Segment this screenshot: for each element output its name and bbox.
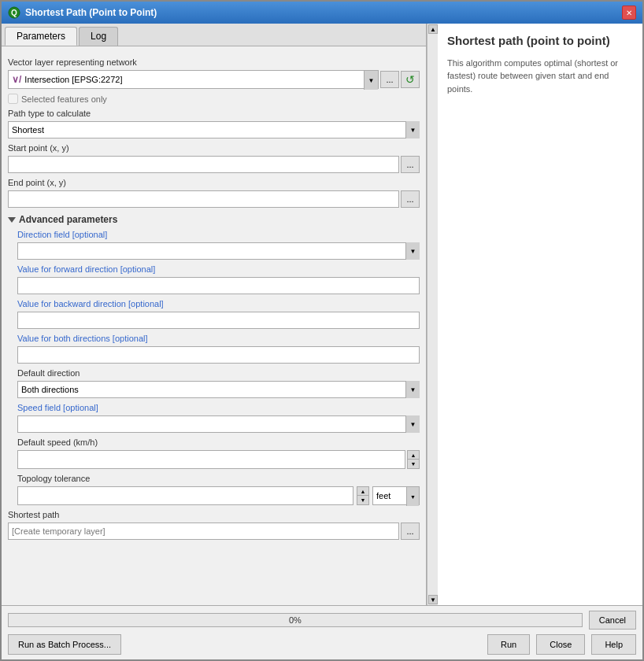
forward-direction-label: Value for forward direction [optional] bbox=[17, 264, 420, 274]
speed-field-section: Speed field [optional] ▼ bbox=[8, 403, 420, 433]
unit-arrow[interactable]: ▼ bbox=[406, 487, 419, 506]
shortest-path-label: Shortest path bbox=[8, 510, 420, 519]
tab-log[interactable]: Log bbox=[79, 27, 118, 46]
scroll-down-button[interactable]: ▼ bbox=[428, 595, 438, 604]
selected-features-checkbox[interactable] bbox=[8, 94, 18, 104]
default-speed-label: Default speed (km/h) bbox=[17, 438, 420, 447]
speed-field-arrow[interactable]: ▼ bbox=[405, 415, 420, 433]
topology-up-button[interactable]: ▲ bbox=[357, 487, 368, 496]
start-point-section: Start point (x, y) ... bbox=[8, 143, 420, 173]
shortest-path-output-section: Shortest path ... bbox=[8, 510, 420, 540]
help-panel: Shortest path (point to point) This algo… bbox=[438, 24, 642, 605]
default-speed-up-button[interactable]: ▲ bbox=[408, 451, 419, 460]
forward-direction-input[interactable] bbox=[17, 277, 420, 294]
close-button[interactable]: Close bbox=[536, 634, 585, 655]
tab-parameters[interactable]: Parameters bbox=[5, 27, 77, 46]
path-type-label: Path type to calculate bbox=[8, 109, 420, 118]
unit-value: feet bbox=[376, 491, 390, 500]
start-point-input[interactable] bbox=[8, 156, 399, 173]
selected-features-row: Selected features only bbox=[8, 94, 420, 104]
start-point-browse-button[interactable]: ... bbox=[401, 156, 420, 173]
close-window-button[interactable]: ✕ bbox=[622, 6, 636, 20]
end-point-browse-button[interactable]: ... bbox=[401, 190, 420, 208]
run-button[interactable]: Run bbox=[487, 634, 530, 655]
action-row: Run as Batch Process... Run Close Help bbox=[8, 634, 636, 655]
direction-field-arrow[interactable]: ▼ bbox=[405, 242, 420, 260]
selected-features-label: Selected features only bbox=[21, 94, 107, 104]
vector-layer-label: Vector layer representing network bbox=[8, 57, 420, 67]
left-scrollbar[interactable]: ▲ ▼ bbox=[427, 24, 438, 605]
tab-bar: Parameters Log bbox=[2, 24, 426, 46]
default-direction-arrow[interactable]: ▼ bbox=[405, 381, 420, 398]
shortest-path-browse-button[interactable]: ... bbox=[401, 523, 420, 540]
default-speed-spinner: ▲ ▼ bbox=[407, 450, 420, 469]
progress-row: 0% Cancel bbox=[8, 611, 636, 630]
vector-layer-refresh-button[interactable]: ↺ bbox=[401, 71, 420, 88]
vector-layer-section: Vector layer representing network ∨/ Int… bbox=[8, 57, 420, 89]
help-title: Shortest path (point to point) bbox=[447, 33, 633, 49]
path-type-value: Shortest bbox=[12, 125, 416, 135]
topology-tolerance-input[interactable]: 0.000000 bbox=[17, 486, 353, 505]
default-direction-label: Default direction bbox=[17, 368, 420, 378]
cancel-button[interactable]: Cancel bbox=[589, 611, 636, 630]
direction-field-section: Direction field [optional] ▼ bbox=[8, 230, 420, 260]
run-batch-button[interactable]: Run as Batch Process... bbox=[8, 634, 121, 655]
help-description: This algorithm computes optimal (shortes… bbox=[447, 57, 633, 96]
path-type-combo[interactable]: Shortest bbox=[8, 121, 420, 138]
window-title: Shortest Path (Point to Point) bbox=[25, 7, 157, 18]
topology-spinner: ▲ ▼ bbox=[357, 486, 369, 505]
end-point-input[interactable] bbox=[8, 190, 399, 208]
scroll-up-button[interactable]: ▲ bbox=[428, 24, 438, 34]
end-point-section: End point (x, y) ... bbox=[8, 178, 420, 208]
vector-layer-browse-button[interactable]: ... bbox=[380, 71, 399, 88]
vector-icon: ∨/ bbox=[12, 74, 21, 85]
default-speed-input[interactable]: 50.000000 bbox=[17, 450, 405, 469]
topology-label: Topology tolerance bbox=[17, 474, 420, 483]
backward-direction-input[interactable] bbox=[17, 312, 420, 329]
topology-down-button[interactable]: ▼ bbox=[357, 496, 368, 504]
advanced-parameters-header[interactable]: Advanced parameters bbox=[8, 214, 420, 225]
vector-layer-combo[interactable]: ∨/ Intersection [EPSG:2272] ▼ bbox=[8, 70, 379, 89]
help-button[interactable]: Help bbox=[591, 634, 636, 655]
advanced-triangle-icon bbox=[8, 217, 16, 223]
backward-direction-section: Value for backward direction [optional] bbox=[8, 299, 420, 329]
path-type-section: Path type to calculate Shortest ▼ bbox=[8, 109, 420, 138]
app-icon: Q bbox=[8, 6, 20, 19]
vector-layer-arrow[interactable]: ▼ bbox=[364, 71, 378, 90]
backward-direction-label: Value for backward direction [optional] bbox=[17, 299, 420, 308]
shortest-path-output-input[interactable] bbox=[8, 523, 399, 540]
path-type-arrow[interactable]: ▼ bbox=[405, 121, 420, 138]
end-point-label: End point (x, y) bbox=[8, 178, 420, 187]
both-directions-input[interactable] bbox=[17, 346, 420, 364]
progress-bar-wrapper: 0% bbox=[8, 613, 583, 627]
default-direction-value: Both directions bbox=[21, 385, 416, 394]
advanced-label: Advanced parameters bbox=[19, 214, 117, 225]
default-speed-section: Default speed (km/h) 50.000000 ▲ ▼ bbox=[8, 438, 420, 469]
start-point-label: Start point (x, y) bbox=[8, 143, 420, 153]
vector-layer-value: Intersection [EPSG:2272] bbox=[24, 75, 375, 84]
title-bar: Q Shortest Path (Point to Point) ✕ bbox=[2, 2, 642, 24]
unit-select-combo[interactable]: feet ▼ bbox=[372, 486, 420, 505]
both-directions-label: Value for both directions [optional] bbox=[17, 334, 420, 343]
forward-direction-section: Value for forward direction [optional] bbox=[8, 264, 420, 294]
topology-section: Topology tolerance 0.000000 ▲ ▼ feet ▼ bbox=[8, 474, 420, 505]
progress-bar-container bbox=[8, 613, 583, 627]
bottom-bar: 0% Cancel Run as Batch Process... Run Cl… bbox=[2, 605, 642, 659]
default-direction-section: Default direction Both directions ▼ bbox=[8, 368, 420, 398]
direction-field-label: Direction field [optional] bbox=[17, 230, 420, 239]
direction-field-combo[interactable] bbox=[17, 242, 420, 260]
default-speed-down-button[interactable]: ▼ bbox=[408, 460, 419, 468]
both-directions-section: Value for both directions [optional] bbox=[8, 334, 420, 364]
default-direction-combo[interactable]: Both directions bbox=[17, 381, 420, 398]
svg-text:Q: Q bbox=[11, 9, 17, 17]
parameters-scroll-area[interactable]: Vector layer representing network ∨/ Int… bbox=[2, 46, 426, 605]
speed-field-combo[interactable] bbox=[17, 415, 420, 433]
speed-field-label: Speed field [optional] bbox=[17, 403, 420, 412]
